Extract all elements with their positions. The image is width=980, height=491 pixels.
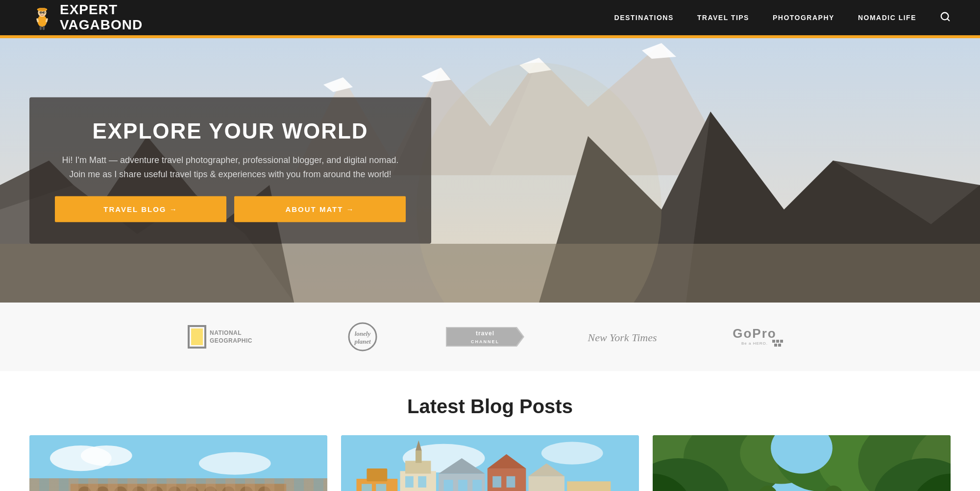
svg-text:GoPro: GoPro: [733, 326, 776, 341]
svg-rect-5: [43, 26, 45, 30]
svg-point-84: [541, 442, 603, 465]
svg-line-14: [947, 19, 949, 21]
svg-text:travel: travel: [476, 330, 494, 337]
svg-point-8: [40, 12, 42, 13]
lonely-planet-logo[interactable]: lonely planet: [323, 322, 402, 351]
travel-channel-logo[interactable]: travel CHANNEL: [441, 322, 529, 351]
hero-section: EXPLORE YOUR WORLD Hi! I'm Matt — advent…: [0, 38, 980, 303]
svg-rect-62: [204, 487, 217, 491]
svg-text:Be a HERO.: Be a HERO.: [741, 341, 768, 346]
main-nav: DESTINATIONS TRAVEL TIPS PHOTOGRAPHY NOM…: [614, 11, 951, 24]
svg-point-9: [43, 12, 44, 13]
logo[interactable]: Expert Vagabond: [29, 2, 143, 33]
svg-rect-63: [222, 487, 235, 491]
svg-point-52: [199, 452, 271, 475]
svg-rect-87: [367, 468, 387, 481]
nav-photography[interactable]: PHOTOGRAPHY: [773, 14, 834, 22]
svg-rect-57: [114, 487, 127, 491]
svg-rect-102: [444, 480, 453, 491]
svg-rect-44: [772, 340, 775, 343]
hero-description: Hi! I'm Matt — adventure travel photogra…: [55, 153, 406, 182]
about-matt-button[interactable]: ABOUT MATT →: [234, 196, 406, 222]
svg-rect-46: [780, 340, 783, 343]
svg-rect-64: [240, 487, 253, 491]
blog-card-1[interactable]: [29, 435, 327, 491]
svg-rect-96: [405, 476, 414, 488]
svg-rect-89: [376, 484, 386, 491]
blog-card-3-image: [653, 435, 951, 491]
blog-card-2[interactable]: [341, 435, 639, 491]
svg-rect-56: [96, 487, 109, 491]
svg-text:lonely: lonely: [355, 330, 371, 337]
svg-rect-4: [40, 26, 42, 30]
svg-rect-59: [150, 487, 163, 491]
svg-rect-45: [776, 340, 779, 343]
svg-rect-61: [186, 487, 199, 491]
svg-rect-58: [132, 487, 145, 491]
svg-rect-53: [71, 484, 286, 491]
national-geographic-logo[interactable]: NATIONAL GEOGRAPHIC: [186, 322, 284, 351]
svg-rect-113: [529, 476, 564, 491]
blog-card-3[interactable]: [653, 435, 951, 491]
svg-rect-55: [78, 487, 91, 491]
svg-rect-97: [418, 476, 426, 488]
svg-rect-60: [168, 487, 181, 491]
new-york-times-logo[interactable]: New York Times: [568, 325, 676, 349]
search-button[interactable]: [940, 11, 951, 24]
logo-icon: [29, 5, 55, 30]
svg-point-0: [37, 15, 47, 27]
hero-buttons: TRAVEL BLOG → ABOUT MATT →: [55, 196, 406, 222]
svg-text:CHANNEL: CHANNEL: [471, 339, 499, 344]
svg-rect-54: [71, 484, 286, 491]
nav-nomadic-life[interactable]: NOMADIC LIFE: [858, 14, 916, 22]
svg-rect-110: [507, 476, 515, 488]
blog-section-title: Latest Blog Posts: [29, 396, 951, 418]
featured-section: NATIONAL GEOGRAPHIC lonely planet travel…: [0, 303, 980, 371]
svg-text:NATIONAL: NATIONAL: [210, 329, 242, 336]
svg-text:New York Times: New York Times: [587, 331, 657, 344]
blog-section: Latest Blog Posts: [0, 371, 980, 491]
travel-blog-button[interactable]: TRAVEL BLOG →: [55, 196, 226, 222]
svg-rect-30: [191, 328, 203, 345]
svg-rect-94: [416, 450, 422, 463]
svg-text:GEOGRAPHIC: GEOGRAPHIC: [210, 337, 252, 344]
blog-card-2-image: [341, 435, 639, 491]
nav-destinations[interactable]: DESTINATIONS: [614, 14, 674, 22]
svg-rect-115: [567, 481, 611, 491]
svg-rect-88: [362, 484, 372, 491]
svg-point-51: [81, 445, 132, 466]
site-header: Expert Vagabond DESTINATIONS TRAVEL TIPS…: [0, 0, 980, 35]
hero-overlay-box: EXPLORE YOUR WORLD Hi! I'm Matt — advent…: [29, 97, 431, 244]
svg-text:planet: planet: [354, 338, 371, 345]
svg-rect-3: [39, 8, 46, 10]
gopro-logo[interactable]: GoPro Be a HERO.: [715, 322, 794, 351]
svg-rect-48: [778, 344, 781, 347]
svg-rect-109: [492, 476, 501, 488]
nav-travel-tips[interactable]: TRAVEL TIPS: [697, 14, 749, 22]
svg-rect-104: [472, 480, 482, 491]
svg-rect-65: [258, 487, 270, 491]
svg-rect-47: [774, 344, 777, 347]
hero-title: EXPLORE YOUR WORLD: [55, 119, 406, 143]
blog-card-1-image: [29, 435, 327, 491]
svg-rect-103: [458, 480, 467, 491]
blog-grid: [29, 435, 951, 491]
logo-text: Expert Vagabond: [60, 2, 143, 33]
